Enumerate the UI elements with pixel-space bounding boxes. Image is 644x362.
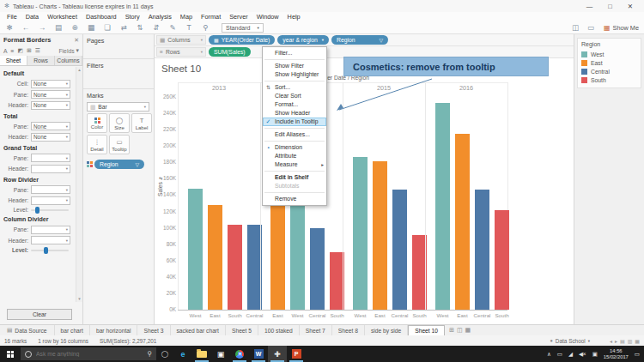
bar-2016-east[interactable] xyxy=(455,134,470,310)
sheet-tab-sheet-3[interactable]: Sheet 3 xyxy=(137,325,170,335)
slider-thumb[interactable] xyxy=(44,247,48,254)
format-tab-rows[interactable]: Rows xyxy=(27,56,55,65)
sort-ascending-icon[interactable]: ⇅ xyxy=(136,23,144,32)
border-select[interactable]: ▾ xyxy=(31,226,70,234)
touch-keyboard-icon[interactable]: ▣ xyxy=(592,351,598,358)
history-forward-icon[interactable]: ▸ xyxy=(615,338,617,344)
show-hide-cards-icon[interactable]: ◫ xyxy=(571,23,580,32)
menu-help[interactable]: Help xyxy=(283,13,305,21)
menu-item-clear-sort[interactable]: Clear Sort xyxy=(263,92,326,100)
powerpoint-taskbar-button[interactable]: P xyxy=(287,346,306,362)
sheet-tab-sheet-8[interactable]: Sheet 8 xyxy=(332,325,365,335)
menu-item-show-filter[interactable]: Show Filter xyxy=(263,62,326,70)
fields-dropdown[interactable]: Fields▾ xyxy=(58,47,79,54)
annotation-box[interactable]: Cosmetics: remove from tooltip xyxy=(343,57,549,76)
menu-story[interactable]: Story xyxy=(121,13,144,21)
bar-2014-central[interactable] xyxy=(310,228,325,310)
menu-item-show-header[interactable]: Show Header xyxy=(263,109,326,118)
close-icon[interactable]: ✕ xyxy=(74,37,79,44)
font-icon[interactable]: A xyxy=(3,48,8,54)
menu-item-measure[interactable]: Measure▸ xyxy=(263,160,326,169)
borders-icon[interactable]: ⊞ xyxy=(27,47,32,54)
sheet-tab-bar-chart[interactable]: bar chart xyxy=(55,325,90,335)
new-story-button[interactable]: ▦ xyxy=(465,327,471,334)
format-scrollbar[interactable]: ▲ ▼ xyxy=(76,67,82,302)
scroll-up-icon[interactable]: ▲ xyxy=(77,68,81,72)
lines-icon[interactable]: ☰ xyxy=(35,47,40,54)
pin-icon[interactable]: ⚲ xyxy=(201,23,210,32)
mark-type-dropdown[interactable]: ▥ Bar ▾ xyxy=(87,102,149,112)
sheet-tab-sacked-bar-chart[interactable]: sacked bar chart xyxy=(171,325,226,335)
new-worksheet-button[interactable]: ⊞ xyxy=(449,327,454,334)
menu-item-format[interactable]: Format... xyxy=(263,100,326,109)
x-axis-label[interactable]: East xyxy=(205,312,225,318)
legend-item-south[interactable]: South xyxy=(581,75,637,84)
highlight-icon[interactable]: ✎ xyxy=(168,23,177,32)
duplicate-sheet-icon[interactable]: ❏ xyxy=(103,23,112,32)
menu-format[interactable]: Format xyxy=(197,13,225,21)
x-axis-label[interactable]: South xyxy=(410,312,429,318)
swap-axes-icon[interactable]: ⇄ xyxy=(119,23,128,32)
bar-2013-east[interactable] xyxy=(208,205,222,310)
file-explorer-taskbar-button[interactable] xyxy=(192,346,211,362)
tooltip-button[interactable]: ▭Tooltip xyxy=(109,135,130,154)
word-taskbar-button[interactable]: W xyxy=(249,346,268,362)
format-tab-columns[interactable]: Columns xyxy=(55,56,82,65)
border-select[interactable]: None▾ xyxy=(31,133,70,142)
maximize-button[interactable]: □ xyxy=(608,3,612,10)
tableau-taskbar-button[interactable]: ✚ xyxy=(268,346,287,362)
x-axis-label[interactable]: South xyxy=(492,312,512,318)
x-axis-label[interactable]: Central xyxy=(245,312,264,318)
minimize-button[interactable]: — xyxy=(586,3,593,10)
legend-item-west[interactable]: West xyxy=(581,50,637,58)
legend-item-east[interactable]: East xyxy=(581,58,637,67)
signed-in-user[interactable]: ● Data School ▾ xyxy=(550,338,590,344)
view-grid-icon[interactable]: ▤ xyxy=(620,338,625,344)
bar-2015-east[interactable] xyxy=(373,161,387,310)
filters-shelf[interactable]: Filters xyxy=(83,59,154,89)
pages-shelf[interactable]: Pages xyxy=(83,34,154,59)
taskbar-clock[interactable]: 14:56 15/02/2017 xyxy=(604,348,629,359)
sheet-tab-bar-horizontal[interactable]: bar horizontal xyxy=(90,325,138,335)
new-dashboard-button[interactable]: ◫ xyxy=(457,327,463,334)
border-select[interactable]: ▾ xyxy=(31,185,70,194)
start-button[interactable] xyxy=(0,346,21,362)
task-view-button[interactable]: ◯ xyxy=(156,350,173,358)
menu-dashboard[interactable]: Dashboard xyxy=(82,13,121,21)
border-select[interactable]: None▾ xyxy=(31,122,70,130)
menu-item-edit-aliases[interactable]: Edit Aliases... xyxy=(263,130,326,139)
menu-analysis[interactable]: Analysis xyxy=(144,13,176,21)
clear-button[interactable]: Clear xyxy=(7,309,72,320)
border-select[interactable]: None▾ xyxy=(31,80,70,88)
bar-2013-south[interactable] xyxy=(228,225,242,310)
sort-descending-icon[interactable]: ⇵ xyxy=(152,23,161,32)
x-axis-label[interactable]: East xyxy=(453,312,472,318)
menu-item-show-highlighter[interactable]: Show Highlighter xyxy=(263,70,326,79)
x-axis-label[interactable]: West xyxy=(433,312,453,318)
add-data-source-icon[interactable]: ⊕ xyxy=(70,23,79,32)
chrome-taskbar-button[interactable] xyxy=(230,346,249,362)
menu-item-edit-in-shelf[interactable]: Edit in Shelf xyxy=(263,173,326,182)
tableau-logo-icon[interactable]: ✻ xyxy=(5,23,14,32)
x-axis-label[interactable]: South xyxy=(327,312,347,318)
menu-item-dimension[interactable]: ▪Dimension xyxy=(263,143,326,152)
view-list-icon[interactable]: ▥ xyxy=(628,338,633,344)
fit-dropdown[interactable]: Standard▾ xyxy=(222,23,264,33)
microphone-icon[interactable]: ⚲ xyxy=(147,350,152,358)
border-select[interactable]: ▾ xyxy=(31,165,70,173)
label-button[interactable]: TLabel xyxy=(131,113,152,133)
bar-2016-central[interactable] xyxy=(475,190,489,310)
x-axis-label[interactable]: Central xyxy=(472,312,492,318)
redo-icon[interactable]: → xyxy=(38,23,46,32)
shading-icon[interactable]: ◩ xyxy=(18,47,23,54)
year-header[interactable]: 2013 xyxy=(178,84,260,92)
x-axis-label[interactable]: West xyxy=(350,312,370,318)
data-source-tab[interactable]: ▤ Data Source xyxy=(0,325,55,335)
slider-thumb[interactable] xyxy=(35,207,39,214)
cortana-search[interactable]: ⚲ xyxy=(21,347,156,360)
save-icon[interactable]: ▤ xyxy=(54,23,63,32)
region-legend-card[interactable]: Region WestEastCentralSouth xyxy=(577,38,641,88)
new-worksheet-icon[interactable]: ▦ xyxy=(87,23,95,32)
x-axis-label[interactable]: West xyxy=(288,312,307,318)
sheet-tab-sheet-10[interactable]: Sheet 10 xyxy=(408,325,445,335)
